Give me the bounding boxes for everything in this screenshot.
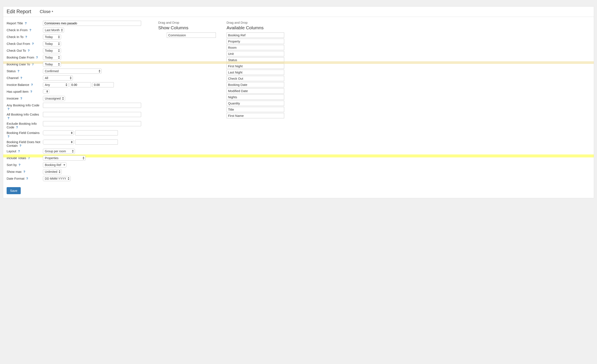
help-icon[interactable]: ? <box>32 62 34 66</box>
column-item[interactable]: Nights <box>227 95 284 100</box>
booking-field-contains-label: Booking Field Contains <box>7 131 39 135</box>
invoice-balance-min-input[interactable] <box>70 82 91 87</box>
column-item[interactable]: Booking Date <box>227 82 284 87</box>
show-columns-title: Show Columns <box>158 25 216 30</box>
sort-by-select[interactable]: Booking Ref <box>43 162 66 167</box>
help-icon[interactable]: ? <box>23 170 25 174</box>
booking-date-to-select[interactable]: Today <box>43 62 61 67</box>
available-columns-drag-label: Drag and Drop <box>227 21 284 24</box>
all-booking-info-label: All Booking Info Codes <box>7 113 39 116</box>
include-totals-select[interactable]: Properties <box>43 156 86 161</box>
column-item[interactable]: First Night <box>227 63 284 69</box>
has-upsell-label: Has upsell item <box>7 90 29 93</box>
column-item[interactable]: Last Night <box>227 70 284 75</box>
report-title-input[interactable] <box>43 21 141 26</box>
exclude-booking-info-label: Exclude Booking Info Code <box>7 122 37 129</box>
booking-date-to-label: Booking Date To <box>7 62 30 66</box>
column-item[interactable]: Booking Ref <box>227 32 284 38</box>
status-select[interactable]: Confirmed <box>43 69 102 74</box>
column-item[interactable]: Commission <box>167 32 216 38</box>
help-icon[interactable]: ? <box>25 21 27 25</box>
column-item[interactable]: Status <box>227 57 284 63</box>
help-icon[interactable]: ? <box>20 76 22 80</box>
check-out-to-select[interactable]: Today <box>43 48 61 53</box>
check-in-to-label: Check In To <box>7 35 24 39</box>
booking-date-from-label: Booking Date From <box>7 55 34 59</box>
sort-by-label: Sort by <box>7 163 17 167</box>
column-item[interactable]: Property <box>227 39 284 44</box>
booking-field-not-input[interactable] <box>75 140 118 145</box>
show-columns-drag-label: Drag and Drop <box>158 21 216 24</box>
layout-select[interactable]: Group per room <box>43 149 75 154</box>
help-icon[interactable]: ? <box>19 163 21 167</box>
exclude-booking-info-input[interactable] <box>43 121 141 126</box>
booking-date-from-select[interactable]: Today <box>43 55 61 60</box>
invoice-balance-max-input[interactable] <box>93 82 114 87</box>
help-icon[interactable]: ? <box>20 96 22 100</box>
check-in-to-select[interactable]: Today <box>43 34 61 40</box>
booking-field-contains-select[interactable] <box>43 131 74 135</box>
any-booking-info-label: Any Booking Info Code <box>7 103 39 107</box>
check-out-to-label: Check Out To <box>7 49 26 52</box>
show-max-select[interactable]: Unlimited <box>43 169 62 174</box>
chevron-up-icon: » <box>51 11 54 12</box>
booking-field-not-label: Booking Field Does Not Contain <box>7 140 40 147</box>
invoice-balance-label: Invoice Balance <box>7 83 29 87</box>
help-icon[interactable]: ? <box>19 144 21 147</box>
invoicee-select[interactable]: Unassigned <box>43 96 65 101</box>
help-icon[interactable]: ? <box>36 55 38 59</box>
help-icon[interactable]: ? <box>8 107 9 111</box>
booking-field-contains-input[interactable] <box>75 130 118 135</box>
column-item[interactable]: Room <box>227 45 284 50</box>
help-icon[interactable]: ? <box>32 42 34 46</box>
date-format-label: Date Format <box>7 177 24 180</box>
column-item[interactable]: Quantity <box>227 101 284 106</box>
all-booking-info-input[interactable] <box>43 112 141 117</box>
report-title-label: Report Title <box>7 21 23 25</box>
help-icon[interactable]: ? <box>18 149 20 153</box>
booking-field-not-select[interactable] <box>43 140 74 144</box>
help-icon[interactable]: ? <box>16 125 18 129</box>
date-format-select[interactable]: DD MMM YYYY <box>43 176 71 181</box>
invoice-balance-select[interactable]: Any <box>43 82 69 87</box>
layout-label: Layout <box>7 149 16 153</box>
has-upsell-select[interactable] <box>43 89 49 94</box>
close-button[interactable]: Close » <box>40 9 53 14</box>
channel-select[interactable]: All <box>43 75 73 80</box>
help-icon[interactable]: ? <box>8 135 9 138</box>
help-icon[interactable]: ? <box>28 156 30 160</box>
help-icon[interactable]: ? <box>31 83 33 87</box>
page-title: Edit Report <box>7 9 31 15</box>
include-totals-label: Include Totals <box>7 156 26 160</box>
any-booking-info-input[interactable] <box>43 103 141 108</box>
column-item[interactable]: Unit <box>227 51 284 56</box>
help-icon[interactable]: ? <box>30 90 32 93</box>
check-out-from-label: Check Out From <box>7 42 30 46</box>
column-item[interactable]: Title <box>227 107 284 112</box>
check-out-from-select[interactable]: Today <box>43 41 61 46</box>
check-in-from-select[interactable]: Last Month <box>43 28 64 33</box>
invoicee-label: Invoicee <box>7 96 19 100</box>
column-item[interactable]: Modified Date <box>227 88 284 94</box>
status-label: Status <box>7 69 16 73</box>
column-item[interactable]: Check Out <box>227 76 284 81</box>
help-icon[interactable]: ? <box>26 177 28 180</box>
check-in-from-label: Check In From <box>7 28 28 32</box>
column-item[interactable]: First Name <box>227 113 284 118</box>
help-icon[interactable]: ? <box>28 49 30 52</box>
help-icon[interactable]: ? <box>30 28 31 32</box>
help-icon[interactable]: ? <box>25 35 27 39</box>
help-icon[interactable]: ? <box>17 69 19 73</box>
help-icon[interactable]: ? <box>8 116 9 120</box>
available-columns-title: Available Columns <box>227 25 284 30</box>
save-button[interactable]: Save <box>7 187 21 194</box>
close-label: Close <box>40 9 51 14</box>
show-max-label: Show max <box>7 170 22 174</box>
channel-label: Channel <box>7 76 19 80</box>
